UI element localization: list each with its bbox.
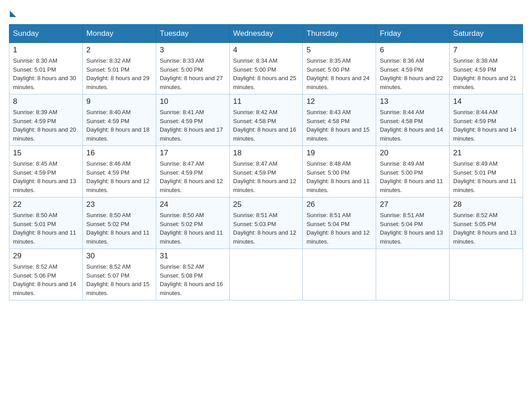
day-number: 26 xyxy=(306,200,372,209)
day-number: 21 xyxy=(453,149,519,158)
day-info: Sunrise: 8:35 AMSunset: 5:00 PMDaylight:… xyxy=(306,56,372,91)
calendar-cell: 6 Sunrise: 8:36 AMSunset: 4:59 PMDayligh… xyxy=(376,43,450,94)
day-info: Sunrise: 8:39 AMSunset: 4:59 PMDaylight:… xyxy=(13,108,79,143)
day-number: 15 xyxy=(13,149,79,158)
calendar-cell: 23 Sunrise: 8:50 AMSunset: 5:02 PMDaylig… xyxy=(82,197,156,249)
calendar-cell: 7 Sunrise: 8:38 AMSunset: 4:59 PMDayligh… xyxy=(450,43,523,94)
day-info: Sunrise: 8:44 AMSunset: 4:59 PMDaylight:… xyxy=(453,108,519,143)
day-number: 7 xyxy=(453,46,519,55)
calendar-cell xyxy=(450,249,523,300)
calendar-cell: 22 Sunrise: 8:50 AMSunset: 5:01 PMDaylig… xyxy=(9,197,83,249)
calendar-cell: 14 Sunrise: 8:44 AMSunset: 4:59 PMDaylig… xyxy=(450,94,523,146)
day-info: Sunrise: 8:50 AMSunset: 5:01 PMDaylight:… xyxy=(13,211,79,246)
day-number: 20 xyxy=(380,149,446,158)
day-info: Sunrise: 8:42 AMSunset: 4:58 PMDaylight:… xyxy=(233,108,299,143)
calendar-cell: 24 Sunrise: 8:50 AMSunset: 5:02 PMDaylig… xyxy=(156,197,229,249)
day-info: Sunrise: 8:51 AMSunset: 5:03 PMDaylight:… xyxy=(233,211,299,246)
calendar-cell: 10 Sunrise: 8:41 AMSunset: 4:59 PMDaylig… xyxy=(156,94,229,146)
calendar-cell: 18 Sunrise: 8:47 AMSunset: 4:59 PMDaylig… xyxy=(229,146,303,197)
calendar-header-row: SundayMondayTuesdayWednesdayThursdayFrid… xyxy=(9,25,523,43)
calendar-header-tuesday: Tuesday xyxy=(156,25,229,43)
day-info: Sunrise: 8:36 AMSunset: 4:59 PMDaylight:… xyxy=(380,56,446,91)
day-info: Sunrise: 8:32 AMSunset: 5:01 PMDaylight:… xyxy=(86,56,152,91)
day-number: 23 xyxy=(86,200,152,209)
calendar-week-row: 22 Sunrise: 8:50 AMSunset: 5:01 PMDaylig… xyxy=(9,197,523,249)
day-info: Sunrise: 8:43 AMSunset: 4:58 PMDaylight:… xyxy=(306,108,372,143)
day-info: Sunrise: 8:33 AMSunset: 5:00 PMDaylight:… xyxy=(160,56,226,91)
day-number: 24 xyxy=(160,200,226,209)
day-number: 25 xyxy=(233,200,299,209)
day-number: 10 xyxy=(160,97,226,106)
calendar-week-row: 15 Sunrise: 8:45 AMSunset: 4:59 PMDaylig… xyxy=(9,146,523,197)
day-number: 17 xyxy=(160,149,226,158)
calendar-header-wednesday: Wednesday xyxy=(229,25,303,43)
calendar-table: SundayMondayTuesdayWednesdayThursdayFrid… xyxy=(9,24,523,300)
day-info: Sunrise: 8:44 AMSunset: 4:58 PMDaylight:… xyxy=(380,108,446,143)
calendar-header-thursday: Thursday xyxy=(303,25,376,43)
day-info: Sunrise: 8:40 AMSunset: 4:59 PMDaylight:… xyxy=(86,108,152,143)
day-number: 28 xyxy=(453,200,519,209)
calendar-cell: 21 Sunrise: 8:49 AMSunset: 5:01 PMDaylig… xyxy=(450,146,523,197)
logo xyxy=(9,9,16,15)
calendar-cell: 19 Sunrise: 8:48 AMSunset: 5:00 PMDaylig… xyxy=(303,146,376,197)
day-info: Sunrise: 8:45 AMSunset: 4:59 PMDaylight:… xyxy=(13,159,79,194)
day-number: 11 xyxy=(233,97,299,106)
day-number: 18 xyxy=(233,149,299,158)
day-number: 27 xyxy=(380,200,446,209)
calendar-cell: 15 Sunrise: 8:45 AMSunset: 4:59 PMDaylig… xyxy=(9,146,83,197)
day-number: 31 xyxy=(160,252,226,261)
day-info: Sunrise: 8:52 AMSunset: 5:05 PMDaylight:… xyxy=(453,211,519,246)
day-info: Sunrise: 8:30 AMSunset: 5:01 PMDaylight:… xyxy=(13,56,79,91)
day-number: 5 xyxy=(306,46,372,55)
calendar-cell: 27 Sunrise: 8:51 AMSunset: 5:04 PMDaylig… xyxy=(376,197,450,249)
day-info: Sunrise: 8:49 AMSunset: 5:00 PMDaylight:… xyxy=(380,159,446,194)
page-header xyxy=(9,9,523,15)
day-number: 22 xyxy=(13,200,79,209)
day-info: Sunrise: 8:34 AMSunset: 5:00 PMDaylight:… xyxy=(233,56,299,91)
day-number: 6 xyxy=(380,46,446,55)
calendar-cell: 13 Sunrise: 8:44 AMSunset: 4:58 PMDaylig… xyxy=(376,94,450,146)
calendar-header-monday: Monday xyxy=(82,25,156,43)
calendar-cell: 20 Sunrise: 8:49 AMSunset: 5:00 PMDaylig… xyxy=(376,146,450,197)
calendar-week-row: 1 Sunrise: 8:30 AMSunset: 5:01 PMDayligh… xyxy=(9,43,523,94)
day-info: Sunrise: 8:50 AMSunset: 5:02 PMDaylight:… xyxy=(86,211,152,246)
day-number: 9 xyxy=(86,97,152,106)
calendar-cell: 29 Sunrise: 8:52 AMSunset: 5:06 PMDaylig… xyxy=(9,249,83,300)
day-info: Sunrise: 8:51 AMSunset: 5:04 PMDaylight:… xyxy=(306,211,372,246)
calendar-cell: 28 Sunrise: 8:52 AMSunset: 5:05 PMDaylig… xyxy=(450,197,523,249)
calendar-cell: 1 Sunrise: 8:30 AMSunset: 5:01 PMDayligh… xyxy=(9,43,83,94)
day-number: 19 xyxy=(306,149,372,158)
calendar-cell: 2 Sunrise: 8:32 AMSunset: 5:01 PMDayligh… xyxy=(82,43,156,94)
day-info: Sunrise: 8:38 AMSunset: 4:59 PMDaylight:… xyxy=(453,56,519,91)
calendar-header-sunday: Sunday xyxy=(9,25,83,43)
day-info: Sunrise: 8:52 AMSunset: 5:08 PMDaylight:… xyxy=(160,262,226,297)
calendar-cell xyxy=(376,249,450,300)
day-number: 14 xyxy=(453,97,519,106)
calendar-week-row: 29 Sunrise: 8:52 AMSunset: 5:06 PMDaylig… xyxy=(9,249,523,300)
day-number: 4 xyxy=(233,46,299,55)
day-number: 16 xyxy=(86,149,152,158)
day-info: Sunrise: 8:46 AMSunset: 4:59 PMDaylight:… xyxy=(86,159,152,194)
day-number: 1 xyxy=(13,46,79,55)
day-info: Sunrise: 8:52 AMSunset: 5:07 PMDaylight:… xyxy=(86,262,152,297)
calendar-cell xyxy=(303,249,376,300)
calendar-cell: 3 Sunrise: 8:33 AMSunset: 5:00 PMDayligh… xyxy=(156,43,229,94)
calendar-cell: 9 Sunrise: 8:40 AMSunset: 4:59 PMDayligh… xyxy=(82,94,156,146)
day-number: 2 xyxy=(86,46,152,55)
day-number: 13 xyxy=(380,97,446,106)
logo-triangle-icon xyxy=(10,11,16,17)
day-info: Sunrise: 8:52 AMSunset: 5:06 PMDaylight:… xyxy=(13,262,79,297)
day-info: Sunrise: 8:49 AMSunset: 5:01 PMDaylight:… xyxy=(453,159,519,194)
calendar-week-row: 8 Sunrise: 8:39 AMSunset: 4:59 PMDayligh… xyxy=(9,94,523,146)
day-number: 3 xyxy=(160,46,226,55)
calendar-cell: 8 Sunrise: 8:39 AMSunset: 4:59 PMDayligh… xyxy=(9,94,83,146)
calendar-cell: 17 Sunrise: 8:47 AMSunset: 4:59 PMDaylig… xyxy=(156,146,229,197)
day-number: 8 xyxy=(13,97,79,106)
day-number: 29 xyxy=(13,252,79,261)
calendar-cell: 31 Sunrise: 8:52 AMSunset: 5:08 PMDaylig… xyxy=(156,249,229,300)
calendar-cell xyxy=(229,249,303,300)
day-info: Sunrise: 8:41 AMSunset: 4:59 PMDaylight:… xyxy=(160,108,226,143)
calendar-cell: 11 Sunrise: 8:42 AMSunset: 4:58 PMDaylig… xyxy=(229,94,303,146)
day-info: Sunrise: 8:48 AMSunset: 5:00 PMDaylight:… xyxy=(306,159,372,194)
calendar-cell: 12 Sunrise: 8:43 AMSunset: 4:58 PMDaylig… xyxy=(303,94,376,146)
